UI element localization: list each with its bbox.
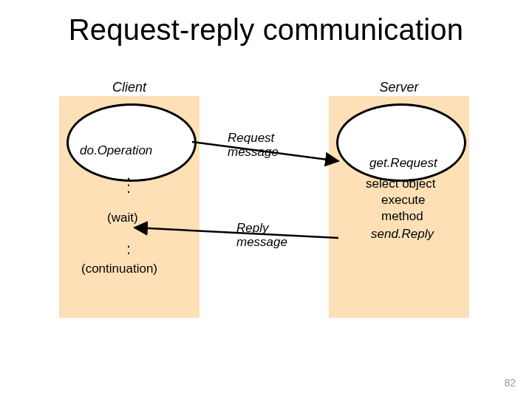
client-dots-2: .. <box>126 239 132 253</box>
reply-message-line2: message <box>236 235 287 249</box>
request-message-line1: Request <box>228 131 274 145</box>
server-execute: execute <box>381 194 426 208</box>
reply-message-line1: Reply <box>236 221 268 235</box>
request-message-label: Request message <box>228 132 279 159</box>
client-wait: (wait) <box>107 211 138 225</box>
client-role-label: Client <box>59 80 200 95</box>
server-role-label: Server <box>329 80 469 95</box>
client-do-operation: do.Operation <box>80 144 152 158</box>
server-method: method <box>381 210 423 224</box>
client-continuation: (continuation) <box>81 262 157 276</box>
server-select-object: select object <box>366 177 436 191</box>
slide-title: Request-reply communication <box>0 13 532 47</box>
reply-message-label: Reply message <box>236 222 287 249</box>
server-send-reply: send.Reply <box>371 228 434 242</box>
page-number: 82 <box>504 377 516 389</box>
client-dots-1: ... <box>126 171 132 191</box>
request-message-line2: message <box>228 145 279 159</box>
server-get-request: get.Request <box>369 157 437 171</box>
slide: Request-reply communication Client Serve… <box>0 0 532 399</box>
